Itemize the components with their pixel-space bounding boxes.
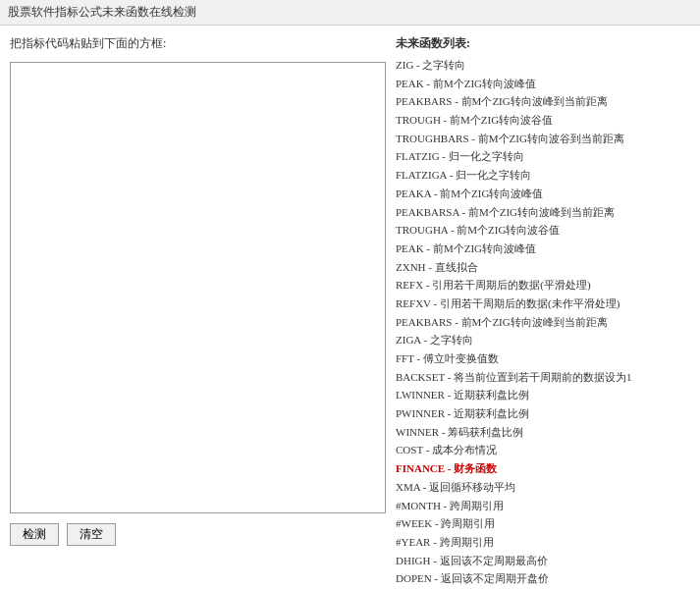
detect-button[interactable]: 检测 bbox=[10, 523, 59, 546]
function-list-item: PEAK - 前M个ZIG转向波峰值 bbox=[396, 240, 690, 258]
title-bar: 股票软件指标公式未来函数在线检测 bbox=[0, 0, 700, 26]
code-textarea[interactable] bbox=[10, 62, 386, 513]
function-list-item: REFXV - 引用若干周期后的数据(未作平滑处理) bbox=[396, 294, 690, 313]
function-list-item: FINANCE - 财务函数 bbox=[396, 459, 690, 478]
function-list-title: 未来函数列表: bbox=[396, 35, 690, 52]
main-content: 把指标代码粘贴到下面的方框: 检测 清空 未来函数列表: ZIG - 之字转向P… bbox=[0, 26, 700, 589]
function-list-item: PEAKA - 前M个ZIG转向波峰值 bbox=[396, 185, 690, 203]
instruction-label: 把指标代码粘贴到下面的方框: bbox=[10, 35, 386, 52]
function-list-item: COST - 成本分布情况 bbox=[396, 441, 690, 459]
function-list-item: ZIG - 之字转向 bbox=[396, 56, 690, 75]
button-row: 检测 清空 bbox=[10, 523, 386, 546]
function-list-item: ZIGA - 之字转向 bbox=[396, 331, 690, 349]
function-list-item: REFX - 引用若干周期后的数据(平滑处理) bbox=[396, 276, 690, 294]
function-list-item: ZXNH - 直线拟合 bbox=[396, 258, 690, 277]
function-list-item: TROUGHBARS - 前M个ZIG转向波谷到当前距离 bbox=[396, 130, 690, 148]
function-list-item: PEAK - 前M个ZIG转向波峰值 bbox=[396, 75, 690, 93]
function-list-item: DHIGH - 返回该不定周期最高价 bbox=[396, 552, 690, 570]
function-list-item: TROUGH - 前M个ZIG转向波谷值 bbox=[396, 111, 690, 130]
function-list-item: DOPEN - 返回该不定周期开盘价 bbox=[396, 569, 690, 588]
function-list-item: #WEEK - 跨周期引用 bbox=[396, 514, 690, 533]
function-list-item: TROUGHA - 前M个ZIG转向波谷值 bbox=[396, 221, 690, 240]
right-panel: 未来函数列表: ZIG - 之字转向PEAK - 前M个ZIG转向波峰值PEAK… bbox=[396, 35, 690, 589]
function-list-item: LWINNER - 近期获利盘比例 bbox=[396, 386, 690, 404]
function-list-item: PEAKBARS - 前M个ZIG转向波峰到当前距离 bbox=[396, 92, 690, 111]
function-list-item: FLATZIG - 归一化之字转向 bbox=[396, 147, 690, 166]
function-list-item: PWINNER - 近期获利盘比例 bbox=[396, 404, 690, 423]
function-list-item: PEAKBARS - 前M个ZIG转向波峰到当前距离 bbox=[396, 313, 690, 332]
function-list-item: #YEAR - 跨周期引用 bbox=[396, 533, 690, 552]
function-list-item: FFT - 傅立叶变换值数 bbox=[396, 349, 690, 368]
function-list: ZIG - 之字转向PEAK - 前M个ZIG转向波峰值PEAKBARS - 前… bbox=[396, 56, 690, 589]
title-text: 股票软件指标公式未来函数在线检测 bbox=[8, 5, 196, 19]
function-list-item: FLATZIGA - 归一化之字转向 bbox=[396, 166, 690, 185]
function-list-item: #MONTH - 跨周期引用 bbox=[396, 497, 690, 515]
clear-button[interactable]: 清空 bbox=[67, 523, 116, 546]
left-panel: 把指标代码粘贴到下面的方框: 检测 清空 bbox=[10, 35, 386, 589]
function-list-item: XMA - 返回循环移动平均 bbox=[396, 478, 690, 497]
function-list-item: WINNER - 筹码获利盘比例 bbox=[396, 423, 690, 442]
function-list-item: BACKSET - 将当前位置到若干周期前的数据设为1 bbox=[396, 368, 690, 387]
function-list-item: PEAKBARSA - 前M个ZIG转向波峰到当前距离 bbox=[396, 203, 690, 222]
